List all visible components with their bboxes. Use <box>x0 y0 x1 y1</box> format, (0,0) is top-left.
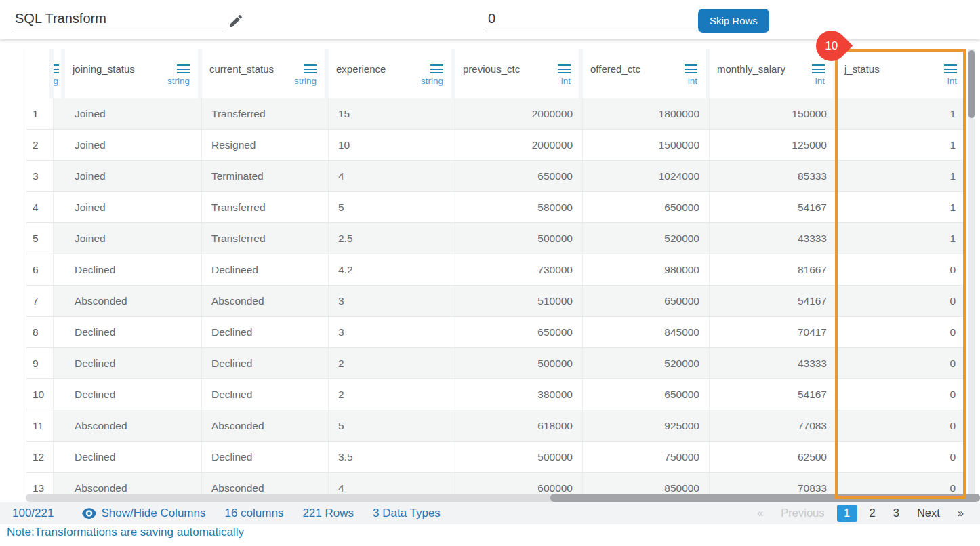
row-number-cell: 6 <box>26 254 54 285</box>
table-row: 11AbscondedAbsconded5618000925000770830 <box>26 410 965 442</box>
cell-current_status: Declined <box>202 379 329 410</box>
column-name: current_status <box>209 63 274 75</box>
row-number-cell: 2 <box>26 130 54 160</box>
table-row: 8DeclinedDeclined3650000845000704170 <box>26 317 965 348</box>
row-number-header <box>26 49 54 98</box>
column-header-joining_status[interactable]: joining_statusstring <box>65 49 202 98</box>
column-header-offered_ctc[interactable]: offered_ctcint <box>583 49 710 98</box>
cell-experience: 2 <box>329 348 455 378</box>
column-name: experience <box>336 63 386 75</box>
vertical-scrollbar[interactable] <box>968 49 975 502</box>
cell-current_status: Absconded <box>202 286 329 316</box>
cell-joining_status: Joined <box>65 130 202 160</box>
column-header-experience[interactable]: experiencestring <box>329 49 455 98</box>
table-row: 1JoinedTransferred1520000001800000150000… <box>26 98 965 130</box>
column-menu-icon[interactable] <box>177 64 190 73</box>
autosave-note: Note:Transformations are saving automati… <box>7 526 244 539</box>
cell-j_status: 0 <box>837 254 965 285</box>
cell-previous_ctc: 600000 <box>455 473 583 494</box>
cell-experience: 10 <box>329 130 455 160</box>
cell-joining_status: Declined <box>65 442 202 472</box>
horizontal-scrollbar-thumb[interactable] <box>550 494 980 502</box>
page-button-3[interactable]: 3 <box>888 505 905 522</box>
pagination-previous[interactable]: Previous <box>775 505 830 522</box>
cell-current_status: Absconded <box>202 473 329 494</box>
vertical-scrollbar-thumb[interactable] <box>968 50 975 118</box>
pagination: «Previous123Next» <box>752 505 969 522</box>
table-row: 3JoinedTerminated46500001024000853331 <box>26 161 965 192</box>
cell-current_status: Resigned <box>202 130 329 160</box>
column-menu-icon[interactable] <box>685 64 697 73</box>
skip-rows-input[interactable]: 0 <box>485 9 697 31</box>
page-button-1[interactable]: 1 <box>837 505 857 522</box>
column-type-label: int <box>815 76 825 86</box>
table-row: 5JoinedTransferred2.5500000520000433331 <box>26 223 965 254</box>
cell-joining_status: Declined <box>65 254 202 285</box>
column-menu-icon[interactable] <box>812 64 825 73</box>
cell-monthly_salary: 150000 <box>710 98 837 129</box>
column-menu-icon[interactable] <box>558 64 571 73</box>
cell-offered_ctc: 845000 <box>583 317 710 347</box>
eye-icon <box>82 508 96 519</box>
column-type-label: string <box>167 76 190 86</box>
row-number-cell: 5 <box>26 223 54 254</box>
column-name: previous_ctc <box>463 63 520 75</box>
cell-offered_ctc: 850000 <box>583 473 710 494</box>
cell-previous_ctc: 500000 <box>455 348 583 378</box>
transform-title-input[interactable]: SQL Transform <box>12 9 224 31</box>
cell-current_status: Absconded <box>202 410 329 441</box>
column-header-current_status[interactable]: current_statusstring <box>202 49 329 98</box>
cell-j_status: 1 <box>837 223 965 254</box>
cell-offered_ctc: 520000 <box>583 348 710 378</box>
cell-joining_status: Absconded <box>65 473 202 494</box>
page-button-2[interactable]: 2 <box>864 505 881 522</box>
cell-offered_ctc: 650000 <box>583 286 710 316</box>
column-menu-icon[interactable] <box>54 64 59 73</box>
column-header-monthly_salary[interactable]: monthly_salaryint <box>710 49 837 98</box>
cell-previous_ctc: 650000 <box>455 161 583 191</box>
row-number-cell: 7 <box>26 286 54 316</box>
table-row: 2JoinedResigned10200000015000001250001 <box>26 130 965 161</box>
table-body: 1JoinedTransferred1520000001800000150000… <box>26 98 965 494</box>
cell-current_status: Declined <box>202 442 329 472</box>
pagination-next[interactable]: Next <box>912 505 945 522</box>
cell-current_status: Transferred <box>202 223 329 254</box>
column-header-j_status[interactable]: j_statusint <box>837 49 965 98</box>
cell-monthly_salary: 43333 <box>710 223 837 254</box>
cell-joining_status: Absconded <box>65 286 202 316</box>
clipped-column-header[interactable]: g <box>54 49 65 98</box>
cell-j_status: 0 <box>837 442 965 472</box>
cell-offered_ctc: 1800000 <box>583 98 710 129</box>
cell-monthly_salary: 77083 <box>710 410 837 441</box>
cell-current_status: Declined <box>202 317 329 347</box>
cell-offered_ctc: 520000 <box>583 223 710 254</box>
cell-current_status: Terminated <box>202 161 329 191</box>
horizontal-scrollbar[interactable] <box>26 494 980 502</box>
column-header-previous_ctc[interactable]: previous_ctcint <box>455 49 583 98</box>
cell-offered_ctc: 980000 <box>583 254 710 285</box>
cell-previous_ctc: 510000 <box>455 286 583 316</box>
edit-title-icon[interactable] <box>228 13 244 29</box>
cell-experience: 4.2 <box>329 254 455 285</box>
row-number-cell: 1 <box>26 98 54 129</box>
cell-joining_status: Declined <box>65 348 202 378</box>
column-menu-icon[interactable] <box>430 64 443 73</box>
column-type-label: string <box>421 76 443 86</box>
cell-experience: 2 <box>329 379 455 410</box>
column-type-label: string <box>294 76 317 86</box>
cell-current_status: Transferred <box>202 192 329 222</box>
table-row: 13AbscondedAbsconded4600000850000708330 <box>26 473 965 494</box>
pagination-prev-arrow[interactable]: « <box>752 505 769 522</box>
column-type-label: g <box>54 76 58 86</box>
column-menu-icon[interactable] <box>944 64 957 73</box>
cell-current_status: Declined <box>202 348 329 378</box>
column-name: monthly_salary <box>717 63 785 75</box>
cell-joining_status: Declined <box>65 379 202 410</box>
pagination-next-arrow[interactable]: » <box>952 505 969 522</box>
show-hide-columns-button[interactable]: Show/Hide Columns <box>82 507 205 520</box>
column-menu-icon[interactable] <box>304 64 317 73</box>
skip-rows-button[interactable]: Skip Rows <box>698 9 769 33</box>
cell-previous_ctc: 730000 <box>455 254 583 285</box>
cell-monthly_salary: 85333 <box>710 161 837 191</box>
cell-joining_status: Joined <box>65 98 202 129</box>
